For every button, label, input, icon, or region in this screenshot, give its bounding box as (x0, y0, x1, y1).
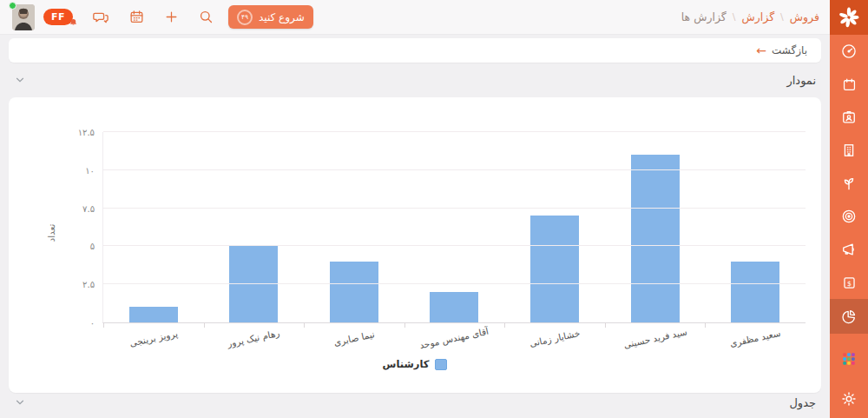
x-axis-category-label: رهام نیک پرور (227, 328, 280, 348)
bar-slot: نیما صابری (304, 132, 404, 322)
user-avatar[interactable] (12, 4, 35, 30)
start-button-label: شروع کنید (259, 11, 305, 23)
x-axis-category-label: پرویز برینجی (128, 328, 178, 348)
gridline (103, 245, 806, 246)
back-arrow-icon: ← (756, 44, 766, 56)
back-bar: بازگشت ← (9, 38, 821, 63)
breadcrumb-sales[interactable]: فروش (790, 10, 819, 23)
badge-text: FF (51, 11, 65, 23)
bar-slot: رهام نیک پرور (204, 132, 305, 322)
bar[interactable] (530, 216, 579, 322)
chart-section-title: نمودار (786, 74, 816, 87)
gear-icon (840, 390, 858, 408)
chart-legend: کارشناس (9, 358, 821, 370)
bell-icon (69, 17, 77, 29)
pie-chart-icon (840, 308, 858, 325)
search-icon[interactable] (198, 9, 214, 25)
megaphone-icon (840, 241, 858, 258)
y-axis-tick-label: ۵ (90, 242, 95, 251)
invoice-icon: $ (841, 275, 858, 291)
gauge-icon (840, 43, 858, 60)
x-axis-category-label: سعید مظفری (729, 328, 782, 348)
x-axis-category-label: نیما صابری (332, 328, 375, 348)
bar[interactable] (229, 246, 278, 322)
chevron-down-icon[interactable] (14, 396, 26, 408)
bar-slot: سید فرید حسینی (605, 132, 706, 322)
plant-icon (840, 175, 858, 192)
y-axis-title: تعداد (46, 223, 56, 242)
main-content: بازگشت ← نمودار تعداد سعید مظفریسید فرید… (0, 35, 830, 418)
calendar-icon[interactable] (128, 9, 145, 25)
sidebar-item-settings[interactable] (830, 382, 868, 415)
building-icon (840, 142, 858, 159)
x-axis-category-label: خشایار زمانی (529, 328, 581, 348)
bar[interactable] (330, 262, 378, 322)
target-icon (840, 208, 858, 225)
breadcrumb-separator: \ (780, 11, 784, 23)
topbar: FF (0, 0, 830, 35)
y-axis-tick-label: ۱۲.۵ (78, 128, 95, 137)
bar[interactable] (731, 262, 779, 322)
online-status-dot (9, 2, 16, 10)
bar-slot: خشایار زمانی (504, 132, 605, 322)
x-axis-category-label: سید فرید حسینی (622, 326, 687, 349)
progress-value: ۴۹ (241, 13, 248, 21)
breadcrumb-separator: \ (733, 11, 736, 23)
bar[interactable] (430, 292, 478, 322)
bars-row: سعید مظفریسید فرید حسینیخشایار زمانیآقای… (103, 132, 806, 322)
add-icon[interactable] (164, 10, 179, 24)
sidebar-item-apps[interactable] (830, 342, 868, 375)
chevron-down-icon[interactable] (14, 74, 26, 86)
y-axis-tick-label: ۷.۵ (82, 204, 95, 214)
apps-grid-icon (841, 351, 857, 367)
notification-badge[interactable]: FF (43, 9, 73, 25)
bar[interactable] (631, 155, 680, 322)
chat-icon[interactable] (92, 9, 109, 26)
sidebar-item-calendar[interactable] (830, 68, 868, 101)
back-button[interactable]: بازگشت ← (756, 44, 807, 56)
gridline (103, 169, 806, 170)
sidebar-item-growth[interactable] (830, 167, 868, 200)
flower-logo-icon (838, 6, 860, 29)
gridline (103, 131, 806, 132)
bar-slot: آقای مهندس موحد (404, 132, 505, 322)
id-card-icon (840, 109, 858, 126)
svg-text:$: $ (846, 279, 851, 287)
y-axis-tick-label: ۱۰ (85, 166, 95, 176)
sidebar-item-marketing[interactable] (830, 233, 868, 266)
plot-area: سعید مظفریسید فرید حسینیخشایار زمانیآقای… (102, 132, 806, 323)
sidebar-item-dashboard[interactable] (830, 35, 868, 68)
calendar-icon (841, 76, 858, 93)
sidebar-item-target[interactable] (830, 200, 868, 233)
gridline (103, 283, 806, 284)
start-button[interactable]: شروع کنید ۴۹ (228, 5, 313, 29)
sidebar-item-reports[interactable] (830, 299, 868, 334)
breadcrumb-reports-current: گزارش ها (681, 10, 727, 23)
bar-slot: پرویز برینجی (103, 132, 204, 322)
sidebar-item-organization[interactable] (830, 134, 868, 167)
breadcrumb-report[interactable]: گزارش (741, 10, 774, 23)
y-axis-tick-label: ۰ (90, 318, 95, 328)
chart-card: تعداد سعید مظفریسید فرید حسینیخشایار زما… (9, 97, 821, 393)
y-axis-tick-label: ۲.۵ (82, 280, 95, 289)
bar[interactable] (129, 307, 178, 322)
app-logo[interactable] (830, 0, 868, 35)
app-window: FF (0, 0, 868, 418)
legend-swatch[interactable] (435, 359, 447, 370)
sidebar: $ (830, 0, 868, 418)
back-label: بازگشت (772, 44, 807, 56)
table-section-title: جدول (789, 396, 816, 409)
topbar-icons (92, 9, 214, 26)
sidebar-item-contacts[interactable] (830, 101, 868, 134)
bar-slot: سعید مظفری (705, 132, 806, 322)
table-section-header: جدول (0, 393, 830, 415)
sidebar-item-invoice[interactable]: $ (830, 266, 868, 299)
chart-section-header: نمودار (0, 63, 830, 97)
progress-ring: ۴۹ (237, 10, 253, 25)
x-axis-category-label: آقای مهندس موحد (419, 326, 490, 351)
gridline (103, 208, 806, 209)
legend-label: کارشناس (383, 358, 430, 370)
breadcrumb: فروش \ گزارش \ گزارش ها (681, 10, 819, 23)
